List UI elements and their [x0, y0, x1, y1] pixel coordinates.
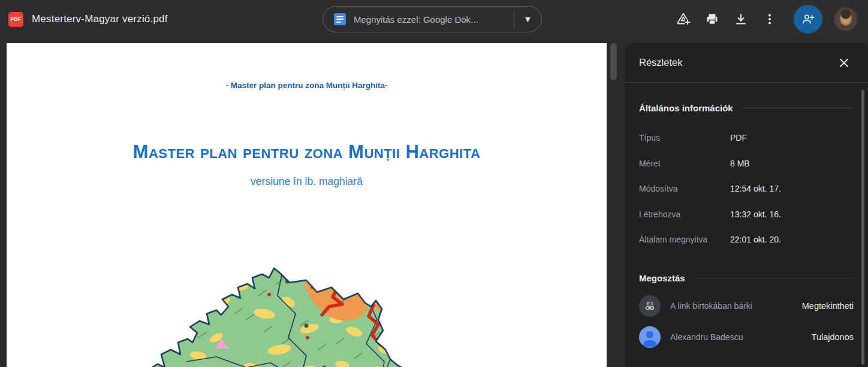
pdf-page: - Master plan pentru zona Munții Harghit… — [7, 43, 607, 367]
share-button[interactable] — [794, 5, 822, 34]
info-label: Módosítva — [639, 184, 730, 193]
details-panel-body: Általános információk Típus PDF Méret 8 … — [625, 83, 868, 353]
kebab-menu-icon — [762, 12, 777, 26]
section-rule — [742, 108, 854, 108]
sharing-heading: Megosztás — [639, 273, 685, 283]
info-value: 8 MB — [730, 159, 854, 168]
general-info-heading: Általános információk — [639, 103, 733, 113]
preview-scrollbar-thumb[interactable] — [610, 43, 617, 80]
owner-role: Tulajdonos — [812, 332, 854, 342]
add-to-drive-button[interactable] — [669, 5, 698, 34]
details-panel-title: Részletek — [639, 57, 682, 68]
google-docs-icon — [334, 13, 346, 25]
doc-subtitle: versiune în lb. maghiară — [7, 175, 607, 188]
share-row-link-access: A link birtokában bárki Megtekintheti — [639, 290, 854, 321]
more-options-button[interactable] — [755, 5, 784, 34]
info-label: Létrehozva — [639, 210, 730, 219]
download-button[interactable] — [727, 5, 755, 34]
sharing-rows: A link birtokában bárki Megtekintheti Al… — [639, 290, 854, 353]
open-with-main-button[interactable]: Megnyitás ezzel: Google Dok... — [323, 7, 514, 32]
info-label: Általam megnyitva — [639, 235, 730, 244]
info-row-modified: Módosítva 12:54 okt. 17. — [639, 176, 854, 202]
info-value: 22:01 okt. 20. — [730, 235, 854, 244]
info-value: PDF — [730, 133, 854, 142]
info-value: 13:32 okt. 16. — [730, 210, 854, 219]
owner-avatar — [639, 326, 661, 348]
link-access-role: Megtekintheti — [802, 301, 854, 311]
close-icon — [838, 57, 850, 69]
share-row-owner: Alexandru Badescu Tulajdonos — [639, 321, 854, 353]
owner-name: Alexandru Badescu — [670, 332, 802, 342]
link-access-icon-circle — [639, 295, 661, 317]
sharing-section: Megosztás A link birtokában bárki — [639, 273, 854, 353]
link-access-label: A link birtokában bárki — [670, 301, 792, 311]
print-icon — [705, 12, 719, 26]
info-label: Méret — [639, 159, 730, 168]
person-icon — [639, 326, 661, 348]
land-use-map — [126, 230, 492, 367]
info-label: Típus — [639, 133, 730, 142]
info-value: 12:54 okt. 17. — [730, 184, 854, 193]
info-row-type: Típus PDF — [639, 125, 854, 151]
info-row-size: Méret 8 MB — [639, 151, 854, 177]
sharing-section-heading: Megosztás — [639, 273, 854, 283]
doc-header-line: - Master plan pentru zona Munții Harghit… — [7, 81, 607, 90]
general-info-rows: Típus PDF Méret 8 MB Módosítva 12:54 okt… — [639, 125, 854, 253]
pdf-file-icon: PDF — [8, 12, 23, 27]
close-details-button[interactable] — [833, 52, 855, 74]
chevron-down-icon[interactable]: ▼ — [514, 7, 541, 32]
file-info: PDF Mesterterv-Magyar verzió.pdf — [8, 0, 168, 38]
info-row-created: Létrehozva 13:32 okt. 16. — [639, 202, 854, 228]
print-button[interactable] — [698, 5, 727, 34]
details-panel: Részletek Általános információk Típus PD… — [625, 43, 868, 367]
add-to-drive-icon — [676, 11, 691, 27]
open-with-dropdown[interactable]: Megnyitás ezzel: Google Dok... ▼ — [323, 6, 542, 32]
panel-scrollbar-thumb[interactable] — [861, 90, 864, 365]
file-name: Mesterterv-Magyar verzió.pdf — [32, 13, 168, 25]
download-icon — [734, 12, 748, 26]
toolbar-actions — [669, 0, 868, 38]
link-icon — [644, 300, 656, 312]
details-panel-header: Részletek — [625, 43, 868, 83]
toolbar: PDF Mesterterv-Magyar verzió.pdf Megnyit… — [0, 0, 868, 38]
general-info-section-heading: Általános információk — [639, 103, 854, 113]
info-row-opened: Általam megnyitva 22:01 okt. 20. — [639, 227, 854, 253]
open-with-label: Megnyitás ezzel: Google Dok... — [354, 14, 478, 25]
section-rule — [694, 278, 854, 278]
person-add-icon — [800, 11, 816, 27]
doc-title: Master plan pentru zona Munții Harghita — [7, 141, 607, 163]
account-avatar[interactable] — [833, 7, 858, 32]
